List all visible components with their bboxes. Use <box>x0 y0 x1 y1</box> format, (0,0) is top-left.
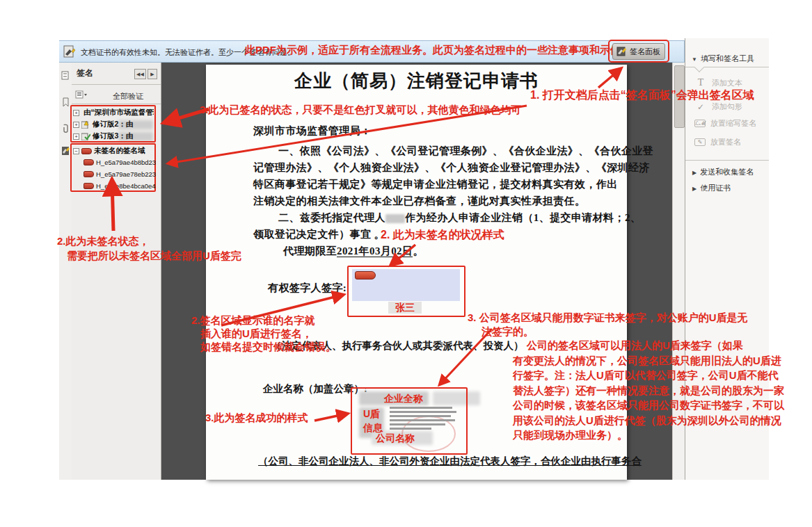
page-thumbnails-icon[interactable] <box>61 71 70 81</box>
doc-paragraph1-line4: 注销决定的相关法律文件本企业已存档备查，谨此对真实性承担责任。 <box>253 195 585 208</box>
tree-item-label: 未签名的签名域 <box>94 146 145 156</box>
tree-item-unsigned-field[interactable]: H_e5a79ae78eb22323343 <box>83 170 156 178</box>
annotation-company-para-line5: 公司的时候，该签名区域只能用公司数字证书签字，不可以 <box>513 399 784 412</box>
tree-item-revision-2[interactable]: + 修订版2：由 <box>73 120 154 129</box>
chevron-down-icon: ▼ <box>692 56 697 63</box>
doc-salutation: 深圳市市场监督管理局： <box>253 124 371 138</box>
doc-signer-label: 有权签字人签字: <box>268 282 347 295</box>
tool-add-text[interactable]: T 添加文本 <box>694 77 742 88</box>
signature-warning-badge-icon <box>81 120 90 129</box>
expand-icon[interactable]: + <box>73 110 79 116</box>
annotation-unsigned-status-line2: 需要把所以未签名区域全部用U盾签完 <box>67 250 241 263</box>
annotation-label-company: 公司名称 <box>376 432 415 445</box>
tree-item-unsigned-group[interactable]: − 未签名的签名域 <box>73 146 154 156</box>
collapse-icon[interactable]: − <box>73 148 79 154</box>
annotation-label-fullname: 企业全称 <box>384 393 423 405</box>
annotation-company-cert-line2: 法签字的。 <box>481 325 534 339</box>
doc-paragraph2-line2: 领取登记决定文件）事宜 。 <box>253 228 385 241</box>
signatures-panel-title: 签名 <box>77 67 93 79</box>
agency-date: 2021年03月02日 <box>337 245 413 257</box>
tool-place-initials[interactable]: ℒ𝓜 放置缩写签名 <box>694 118 756 129</box>
fill-sign-panel-header[interactable]: ▼填写和签名工具 <box>692 54 754 64</box>
annotation-label-ukey-line1: U盾 <box>363 408 380 421</box>
tool-add-checkmark[interactable]: ✓ 添加勾形 <box>694 102 742 112</box>
section-send-collect-signatures[interactable]: ▶发送和收集签名 <box>692 167 754 177</box>
annotation-company-para-line7: 只能到现场办理业务）。 <box>513 429 628 442</box>
annotation-unsigned-status-line1: 2.此为未签名状态， <box>57 235 150 248</box>
add-text-icon: T <box>694 77 707 88</box>
tree-item-label: 修订版3：由 <box>93 131 133 141</box>
unsigned-field-icon <box>81 148 92 154</box>
chevron-right-icon: ▶ <box>692 186 696 192</box>
doc-paragraph2-line1: 二、兹委托指定代理人作为经办人申请企业注销（1、提交申请材料；2、 <box>278 211 641 225</box>
panel-divider <box>72 84 161 85</box>
tree-item-label: H_e5a79ae78eb22323343 <box>96 170 156 178</box>
bookmarks-icon[interactable] <box>61 97 70 107</box>
panel-divider <box>72 104 161 104</box>
doc-footer-line: （公司、非公司企业法人、非公司外资企业由法定代表人签字，合伙企业由执行事务合 <box>258 455 642 468</box>
unsigned-field-icon <box>83 159 94 165</box>
annotation-company-para-line2: 有变更法人的情况下，公司签名区域只能用旧法人的U盾进 <box>513 355 781 368</box>
chevron-right-icon: ▶ <box>692 170 696 176</box>
attachments-paperclip-icon[interactable] <box>61 124 70 133</box>
annotation-owner-line3: 如签错名提交时候就会错误。 <box>200 341 336 354</box>
acrobat-window: 文档证书的有效性未知。无法验证作者。至少一个签名有问题。 此PDF为示例，适应于… <box>0 0 812 527</box>
tree-item-revision-3[interactable]: + 修订版3：由 <box>73 131 154 141</box>
tree-item-label: 由“深圳市市场监督管理局 <box>83 108 154 117</box>
section-work-with-certificates[interactable]: ▶使用证书 <box>692 183 731 193</box>
initials-icon: ℒ𝓜 <box>694 120 706 127</box>
signature-icon: ✎ <box>694 138 706 146</box>
doc-agency-term: 代理期限至2021年03月02日。 <box>283 245 424 258</box>
doc-paragraph1-line3: 特区商事登记若干规定》等规定申请企业注销登记，提交材料真实有效，作出 <box>253 178 618 191</box>
highlight-unsigned-field <box>347 266 465 317</box>
annotation-signed-sample: 3.此为签名成功的样式 <box>205 412 308 425</box>
annotation-company-para-line6: 用该公司的法人U盾进行代签（股东为深圳以外公司的情况 <box>513 414 781 428</box>
annotation-open-panel: 1. 打开文档后点击“签名面板”会弹出签名区域 <box>530 88 754 103</box>
tree-item-label: 修订版2：由 <box>93 120 133 129</box>
annotation-company-para-line4: 替法人签字）还有一种情况要注意，就是公司的股东为一家 <box>513 384 784 398</box>
expand-icon[interactable]: + <box>73 122 79 128</box>
unsigned-field-icon <box>83 183 94 189</box>
signatures-pane-icon[interactable] <box>61 146 70 156</box>
annotation-owner-line1: 2.签名区域显示谁的名字就 <box>191 314 315 327</box>
panel-options-icon[interactable] <box>75 90 88 102</box>
tree-item-unsigned-field[interactable]: H_e5a79ae4b8bd232334 <box>83 159 156 166</box>
tree-item-label: H_e78e8be4bca0e4b895 <box>96 182 156 190</box>
annotation-company-para-line3: 行签字。注：法人U盾可以代替公司签字，公司U盾不能代 <box>513 369 779 382</box>
collapse-panel-button[interactable]: ◀◀ <box>134 69 146 79</box>
doc-paragraph1-line1: 一、依照《公司法》、《公司登记管理条例》、《合伙企业法》、《合伙企业登 <box>278 145 653 158</box>
unsigned-field-icon <box>83 171 94 177</box>
tree-item-label: H_e5a79ae4b8bd232334 <box>96 159 156 166</box>
annotation-signed-status: 3.此为已签名的状态，只要不是红色打叉就可以，其他黄色和绿色均可 <box>200 104 522 117</box>
annotation-owner-line2: 插入谁的U盾进行签名， <box>200 327 312 341</box>
highlight-signature-panel-button <box>608 40 669 63</box>
tree-item-unsigned-field[interactable]: H_e78e8be4bca0e4b895 <box>83 182 156 190</box>
redaction-blur <box>385 214 405 223</box>
validate-all-button[interactable]: 全部验证 <box>113 91 143 102</box>
panel-divider <box>685 160 769 161</box>
tool-place-signature[interactable]: ✎ 放置签名 <box>694 137 741 147</box>
signature-warning-icon <box>62 43 79 60</box>
annotation-top-note: 此PDF为示例，适应于所有全流程业务。此页为签名过程中的一些注意事项和示例 <box>245 44 621 57</box>
annotation-company-para-line1: 公司的签名区域可以用法人的U盾来签字（如果 <box>527 339 743 352</box>
signature-valid-badge-icon <box>81 132 90 140</box>
checkmark-icon: ✓ <box>694 102 707 112</box>
panel-menu-button[interactable]: ▶ <box>148 69 157 79</box>
doc-paragraph1-line2: 记管理办法》、《个人独资企业法》、《个人独资企业登记管理办法》、《深圳经济 <box>253 161 650 175</box>
annotation-company-cert-line1: 3. 公司签名区域只能用数字证书来签字，对公账户的U盾是无 <box>468 311 748 325</box>
tree-item-signed-root[interactable]: + 由“深圳市市场监督管理局 <box>73 108 154 117</box>
annotation-unsigned-sample: 2. 此为未签名的状况样式 <box>381 228 504 243</box>
expand-icon[interactable]: + <box>73 133 79 140</box>
